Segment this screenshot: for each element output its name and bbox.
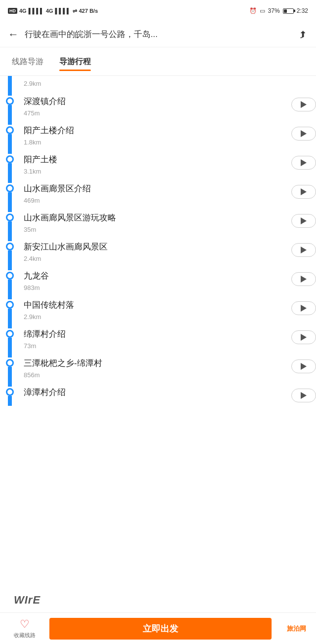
back-button[interactable]: ← (8, 28, 19, 41)
timeline-dot-bar (0, 241, 20, 270)
play-button[interactable] (291, 214, 316, 228)
item-distance: 73m (24, 342, 286, 350)
signal-4g-2: 4G (46, 8, 53, 14)
tab-tour-itinerary[interactable]: 导游行程 (59, 57, 91, 70)
timeline-dot-bar (0, 328, 20, 358)
timeline-dot-bar (0, 125, 20, 154)
item-title: 新安江山水画廊风景区 (24, 241, 286, 253)
play-icon (301, 101, 307, 108)
start-label: 立即出发 (143, 623, 178, 635)
list-item: 新安江山水画廊风景区 2.4km (0, 241, 316, 270)
item-title: 中国传统村落 (24, 299, 286, 311)
timeline-dot-bar (0, 358, 20, 387)
timeline-dot-bar (0, 299, 20, 328)
timeline-dot-bar (0, 154, 20, 183)
play-button[interactable] (291, 272, 316, 286)
tab-route-guide[interactable]: 线路导游 (12, 57, 43, 70)
item-title: 深渡镇介绍 (24, 96, 286, 107)
list-item: 三潭枇杷之乡-绵潭村 856m (0, 358, 316, 387)
item-distance: 469m (24, 197, 286, 204)
item-distance: 2.9km (24, 313, 286, 321)
play-icon (301, 363, 307, 370)
status-left: HD 4G ▌▌▌▌ 4G ▌▌▌▌ ⇌ 427 B/s (8, 8, 98, 14)
timeline-dot-bar (0, 212, 20, 241)
list-item: 阳产土楼 3.1km (0, 154, 316, 183)
timeline-dot-bar (0, 183, 20, 212)
start-journey-button[interactable]: 立即出发 (49, 618, 272, 640)
list-item: 中国传统村落 2.9km (0, 299, 316, 328)
collect-button[interactable]: ♡ 收藏线路 (0, 614, 49, 643)
play-icon (301, 276, 307, 283)
watermark: WIrE (0, 588, 54, 612)
header: ← 行驶在画中的皖浙一号公路，千岛... ⮭ (0, 22, 316, 47)
brand-label: 旅泊网 (287, 624, 306, 633)
timeline-dot-bar (0, 387, 20, 406)
watermark-text: WIrE (14, 594, 40, 607)
play-icon (301, 305, 307, 312)
item-distance: 3.1km (24, 168, 286, 175)
play-button[interactable] (291, 127, 316, 141)
item-title: 三潭枇杷之乡-绵潭村 (24, 358, 286, 369)
signal-bars-2: ▌▌▌▌ (55, 8, 71, 14)
item-distance: 1.8km (24, 139, 286, 146)
list-item: 漳潭村介绍 (0, 387, 316, 406)
item-title: 漳潭村介绍 (24, 387, 286, 398)
bottom-bar: ♡ 收藏线路 立即出发 旅泊网 (0, 612, 316, 644)
item-content: 绵潭村介绍 73m (20, 328, 286, 358)
timeline-dot-bar (0, 96, 20, 125)
play-icon (301, 334, 307, 341)
timeline-dot-bar (0, 270, 20, 299)
item-distance: 2.4km (24, 255, 286, 262)
list-item: 2.9km (0, 76, 316, 96)
list-item: 绵潭村介绍 73m (0, 328, 316, 358)
list-item: 山水画廊景区介绍 469m (0, 183, 316, 212)
item-distance: 475m (24, 109, 286, 117)
item-content: 三潭枇杷之乡-绵潭村 856m (20, 358, 286, 387)
play-icon (301, 217, 307, 224)
heart-icon: ♡ (20, 618, 30, 631)
item-distance: 983m (24, 284, 286, 291)
play-button[interactable] (291, 359, 316, 373)
item-distance: 856m (24, 371, 286, 379)
speed: 427 B/s (79, 8, 98, 14)
play-button[interactable] (291, 301, 316, 315)
item-title: 山水画廊风景区游玩攻略 (24, 212, 286, 224)
play-icon (301, 159, 307, 166)
play-icon (301, 130, 307, 137)
route-list: 2.9km 深渡镇介绍 475m 阳产土楼介绍 1.8km (0, 76, 316, 455)
status-right: ⏰ ▭ 37% 2:32 (249, 7, 308, 14)
play-icon (301, 392, 307, 399)
share-button[interactable]: ⮭ (298, 29, 308, 40)
signal-4g-1: 4G (19, 8, 27, 14)
screen-icon: ▭ (260, 7, 265, 14)
list-item: 九龙谷 983m (0, 270, 316, 299)
play-icon (301, 188, 307, 195)
play-button[interactable] (291, 156, 316, 170)
item-content: 山水画廊风景区游玩攻略 35m (20, 212, 286, 241)
item-content: 新安江山水画廊风景区 2.4km (20, 241, 286, 270)
item-title: 绵潭村介绍 (24, 328, 286, 340)
timeline-bar (0, 76, 20, 96)
battery-indicator (283, 8, 294, 14)
collect-label: 收藏线路 (14, 632, 36, 639)
item-content: 中国传统村落 2.9km (20, 299, 286, 328)
signal-bars: ▌▌▌▌ (29, 8, 44, 14)
list-item: 深渡镇介绍 475m (0, 96, 316, 125)
distance-label: 2.9km (20, 76, 41, 91)
play-button[interactable] (291, 243, 316, 257)
item-title: 九龙谷 (24, 270, 286, 282)
battery-percent: 37% (268, 7, 280, 14)
play-button[interactable] (291, 330, 316, 344)
item-content: 漳潭村介绍 (20, 387, 286, 406)
play-button[interactable] (291, 185, 316, 199)
play-button[interactable] (291, 98, 316, 111)
item-distance: 35m (24, 226, 286, 233)
brand-logo: 旅泊网 (276, 618, 316, 640)
status-bar: HD 4G ▌▌▌▌ 4G ▌▌▌▌ ⇌ 427 B/s ⏰ ▭ 37% 2:3… (0, 0, 316, 22)
play-icon (301, 247, 307, 253)
page-title: 行驶在画中的皖浙一号公路，千岛... (25, 29, 292, 40)
item-content: 阳产土楼 3.1km (20, 154, 286, 183)
play-button[interactable] (291, 389, 316, 402)
list-item: 山水画廊风景区游玩攻略 35m (0, 212, 316, 241)
item-content: 九龙谷 983m (20, 270, 286, 299)
